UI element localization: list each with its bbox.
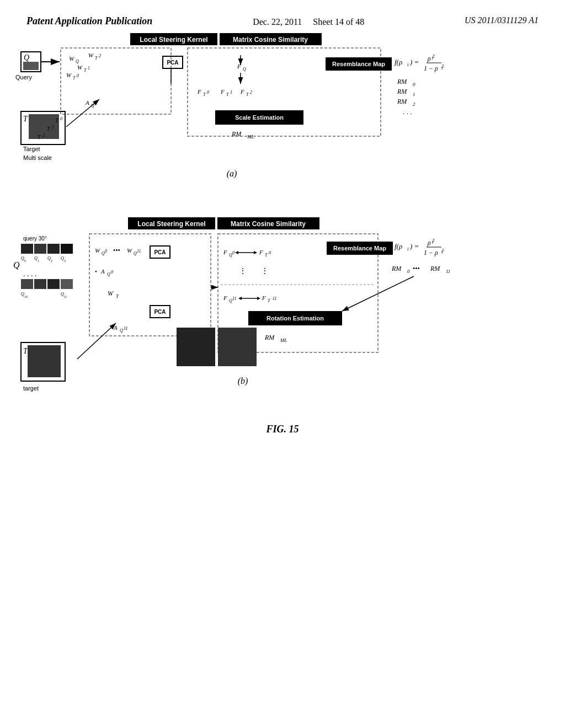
- svg-text:F: F: [259, 249, 263, 255]
- svg-text:Target: Target: [23, 146, 40, 152]
- svg-text:⋮: ⋮: [261, 267, 269, 275]
- svg-text:0: 0: [105, 249, 107, 254]
- diagram-a-svg: Local Steering Kernel Matrix Cosine Simi…: [0, 29, 508, 205]
- svg-text:RM: RM: [397, 98, 407, 105]
- diagram-b-label: (b): [238, 376, 248, 386]
- svg-text:f(ρ: f(ρ: [395, 242, 402, 250]
- diagram-a-label: (a): [227, 169, 237, 179]
- sheet-info: Sheet 14 of 48: [313, 17, 364, 26]
- svg-text:T: T: [23, 115, 28, 123]
- lsk-title-a: Local Steering Kernel: [140, 36, 207, 44]
- svg-text:Resemblance Map: Resemblance Map: [333, 245, 386, 251]
- svg-text:F: F: [240, 88, 244, 95]
- svg-text:•: •: [95, 268, 97, 275]
- svg-text:1: 1: [52, 125, 54, 130]
- svg-text:1 − ρ: 1 − ρ: [424, 65, 438, 72]
- svg-text:11: 11: [232, 296, 236, 301]
- svg-text:1: 1: [88, 66, 90, 71]
- svg-text:W: W: [66, 72, 72, 78]
- svg-text:RM: RM: [397, 88, 407, 95]
- svg-marker-141: [257, 297, 260, 300]
- svg-text:ML: ML: [247, 134, 254, 140]
- svg-text:. . . .: . . . .: [23, 270, 37, 278]
- svg-text:. . .: . . .: [403, 108, 412, 116]
- svg-rect-7: [61, 48, 171, 114]
- svg-text:i: i: [432, 56, 433, 61]
- svg-text:11: 11: [64, 295, 67, 298]
- svg-text:PCA: PCA: [154, 309, 166, 315]
- svg-text:3: 3: [63, 259, 66, 263]
- svg-text:0: 0: [232, 250, 234, 255]
- header-center: Dec. 22, 2011 Sheet 14 of 48: [253, 15, 364, 29]
- svg-text:2: 2: [413, 101, 415, 107]
- svg-text:Q: Q: [76, 59, 79, 64]
- svg-marker-128: [235, 251, 238, 254]
- svg-text:Q: Q: [120, 328, 123, 333]
- svg-text:Multi scale: Multi scale: [23, 154, 52, 161]
- svg-text:11: 11: [137, 249, 141, 254]
- svg-text:W: W: [88, 52, 94, 58]
- svg-text:•••: •••: [413, 265, 420, 272]
- svg-text:ML: ML: [280, 338, 287, 343]
- svg-text:A: A: [85, 99, 89, 106]
- svg-text:W: W: [108, 290, 114, 297]
- svg-text:Q: Q: [107, 272, 110, 277]
- svg-text:RM: RM: [397, 78, 407, 85]
- svg-text:W: W: [95, 247, 100, 254]
- svg-text:0: 0: [77, 73, 79, 78]
- svg-rect-82: [47, 244, 60, 254]
- svg-text:i: i: [407, 246, 409, 251]
- svg-text:PCA: PCA: [154, 249, 166, 255]
- svg-text:11: 11: [124, 326, 127, 331]
- svg-text:T: T: [246, 92, 249, 97]
- svg-text:A: A: [100, 268, 105, 275]
- svg-text:0: 0: [24, 259, 26, 263]
- publication-date: Dec. 22, 2011: [253, 17, 302, 26]
- svg-text:i: i: [441, 250, 443, 255]
- svg-text:10: 10: [24, 295, 28, 298]
- lsk-title-b: Local Steering Kernel: [137, 220, 205, 228]
- svg-rect-95: [34, 279, 46, 289]
- svg-text:T: T: [226, 92, 229, 97]
- svg-rect-173: [177, 328, 215, 366]
- svg-text:0: 0: [413, 82, 415, 87]
- svg-line-171: [77, 323, 116, 359]
- svg-text:F: F: [223, 249, 227, 255]
- svg-text:Q: Q: [24, 53, 29, 62]
- mcs-title-b: Matrix Cosine Similarity: [231, 220, 306, 228]
- svg-text:1: 1: [38, 259, 39, 263]
- mcs-title-a: Matrix Cosine Similarity: [233, 36, 308, 44]
- svg-marker-129: [254, 251, 257, 254]
- svg-text:RM: RM: [430, 265, 440, 272]
- svg-rect-81: [34, 244, 46, 254]
- svg-text:T: T: [73, 76, 76, 81]
- svg-text:F: F: [220, 88, 225, 95]
- svg-text:T: T: [268, 298, 270, 303]
- svg-text:ρ: ρ: [427, 55, 431, 62]
- diagram-b-container: Local Steering Kernel Matrix Cosine Simi…: [0, 213, 565, 419]
- svg-text:⋮: ⋮: [239, 267, 247, 275]
- svg-text:F: F: [197, 88, 201, 95]
- svg-text:F: F: [223, 295, 227, 301]
- svg-text:ρ: ρ: [427, 239, 431, 247]
- svg-text:RM: RM: [264, 334, 275, 341]
- svg-rect-97: [61, 279, 73, 289]
- svg-text:T: T: [116, 293, 119, 299]
- svg-text:T: T: [265, 253, 268, 258]
- figure-label: FIG. 15: [0, 424, 565, 435]
- svg-rect-174: [218, 328, 257, 366]
- patent-number: US 2011/0311129 A1: [465, 15, 539, 25]
- svg-text:Resemblance Map: Resemblance Map: [332, 61, 385, 67]
- svg-text:Scale Estimation: Scale Estimation: [235, 114, 284, 121]
- svg-text:i: i: [441, 66, 443, 71]
- svg-text:target: target: [23, 385, 39, 392]
- svg-text:T: T: [23, 347, 28, 355]
- svg-text:T: T: [203, 92, 206, 97]
- svg-text:0: 0: [269, 250, 271, 255]
- svg-text:Q: Q: [243, 67, 246, 72]
- svg-rect-83: [61, 244, 73, 254]
- svg-text:0: 0: [111, 270, 113, 275]
- page-header: Patent Application Publication Dec. 22, …: [0, 0, 565, 29]
- svg-text:T: T: [95, 56, 98, 61]
- svg-text:i: i: [407, 62, 409, 67]
